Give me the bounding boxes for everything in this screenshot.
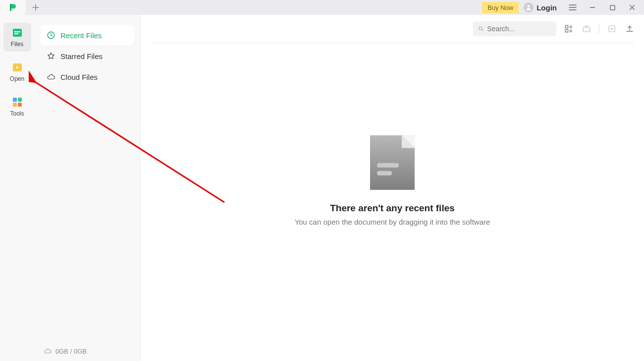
- close-icon: [629, 4, 635, 10]
- svg-point-11: [479, 27, 482, 30]
- content: There aren't any recent files You can op…: [141, 15, 644, 361]
- hamburger-icon: [569, 4, 577, 11]
- upload-button[interactable]: [624, 23, 635, 34]
- left-rail: Files Open Tools: [0, 15, 35, 361]
- side-item-label: Recent Files: [60, 31, 102, 40]
- minimize-icon: [590, 4, 595, 10]
- side-panel: Recent Files Starred Files Cloud Files 0…: [35, 15, 141, 361]
- svg-rect-7: [18, 98, 22, 102]
- briefcase-button[interactable]: [581, 23, 592, 34]
- add-file-icon: [607, 24, 616, 33]
- upload-icon: [625, 24, 634, 33]
- new-tab-button[interactable]: [26, 0, 46, 15]
- side-item-starred-files[interactable]: Starred Files: [41, 46, 134, 66]
- search-icon: [478, 25, 484, 32]
- close-button[interactable]: [622, 0, 642, 15]
- briefcase-icon: [582, 24, 591, 33]
- add-file-button[interactable]: [606, 23, 617, 34]
- svg-rect-8: [13, 103, 17, 107]
- svg-rect-2: [13, 29, 22, 37]
- rail-item-open[interactable]: Open: [3, 58, 31, 86]
- buy-now-button[interactable]: Buy Now: [482, 2, 519, 13]
- open-icon: [11, 61, 23, 73]
- divider: [150, 43, 635, 43]
- storage-text: 0GB / 0GB: [55, 348, 87, 355]
- side-item-recent-files[interactable]: Recent Files: [41, 25, 134, 46]
- login-label: Login: [537, 3, 557, 12]
- titlebar: Buy Now Login: [0, 0, 644, 15]
- svg-rect-14: [583, 27, 590, 32]
- svg-rect-12: [565, 25, 568, 28]
- svg-rect-3: [14, 31, 20, 32]
- grid-icon: [564, 24, 573, 33]
- cloud-icon: [47, 72, 55, 81]
- avatar-icon: [524, 2, 534, 12]
- plus-icon: [32, 4, 39, 11]
- app-logo-icon: [8, 3, 17, 12]
- star-icon: [47, 52, 55, 60]
- rail-item-files[interactable]: Files: [3, 23, 31, 52]
- maximize-icon: [610, 5, 615, 10]
- cloud-icon: [44, 347, 52, 355]
- menu-button[interactable]: [563, 0, 583, 15]
- storage-indicator: 0GB / 0GB: [44, 347, 87, 355]
- clock-icon: [47, 31, 55, 40]
- empty-state: There aren't any recent files You can op…: [264, 135, 521, 226]
- rail-label: Open: [10, 75, 24, 82]
- svg-rect-9: [18, 103, 22, 107]
- rail-label: Files: [11, 41, 23, 48]
- side-item-label: Cloud Files: [60, 73, 98, 81]
- toolbar: [141, 15, 644, 43]
- login-button[interactable]: Login: [524, 2, 557, 12]
- svg-point-0: [528, 5, 530, 7]
- search-box[interactable]: [473, 21, 556, 36]
- minimize-button[interactable]: [583, 0, 602, 15]
- rail-item-tools[interactable]: Tools: [3, 92, 31, 121]
- app-tab[interactable]: [0, 0, 26, 15]
- side-item-cloud-files[interactable]: Cloud Files: [41, 66, 134, 87]
- empty-subtitle: You can open the document by dragging it…: [264, 218, 521, 226]
- side-item-label: Starred Files: [60, 52, 103, 60]
- search-input[interactable]: [487, 25, 551, 33]
- svg-rect-4: [14, 33, 18, 34]
- grid-view-button[interactable]: [563, 23, 574, 34]
- maximize-button[interactable]: [602, 0, 622, 15]
- svg-rect-6: [13, 98, 17, 102]
- document-icon: [370, 135, 415, 190]
- toolbar-divider: [599, 24, 599, 33]
- empty-title: There aren't any recent files: [264, 203, 521, 214]
- rail-label: Tools: [10, 110, 24, 117]
- svg-rect-1: [610, 5, 615, 10]
- tools-icon: [11, 96, 23, 108]
- main: Files Open Tools Recent Files Star: [0, 15, 644, 361]
- files-icon: [11, 27, 23, 39]
- titlebar-right: Buy Now Login: [482, 0, 644, 15]
- titlebar-left: [0, 0, 46, 15]
- svg-rect-13: [565, 30, 568, 32]
